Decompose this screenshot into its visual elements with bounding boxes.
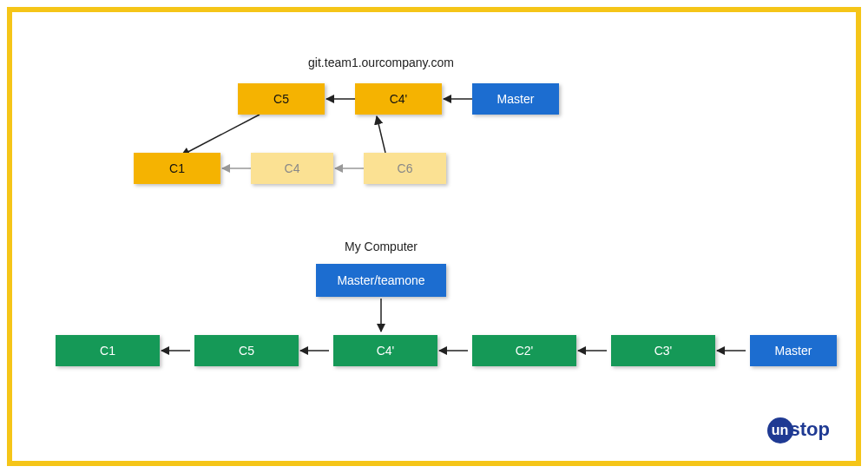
ref-master-local: Master [750,335,837,366]
commit-c4-remote: C4 [251,153,333,184]
commit-c2p-local: C2' [472,335,576,366]
commit-c5-local: C5 [194,335,299,366]
remote-title: git.team1.ourcompany.com [273,56,490,69]
brand-logo-text: stop [790,418,830,440]
brand-logo: unstop [767,417,830,443]
commit-c4p-local: C4' [333,335,437,366]
ref-master-remote: Master [472,83,559,115]
ref-master-teamone: Master/teamone [316,264,446,297]
commit-c4p-remote: C4' [355,83,442,115]
diagram-canvas: git.team1.ourcompany.com My Computer C5 … [12,12,856,461]
commit-c6-remote: C6 [364,153,446,184]
commit-c1-local: C1 [56,335,160,366]
arrow-layer [12,12,856,461]
commit-c3p-local: C3' [611,335,715,366]
commit-c5-remote: C5 [238,83,325,115]
commit-c1-remote: C1 [134,153,220,184]
arrow-c5-c1 [181,115,260,155]
arrow-c6-c4p [377,116,385,153]
local-title: My Computer [316,240,446,253]
